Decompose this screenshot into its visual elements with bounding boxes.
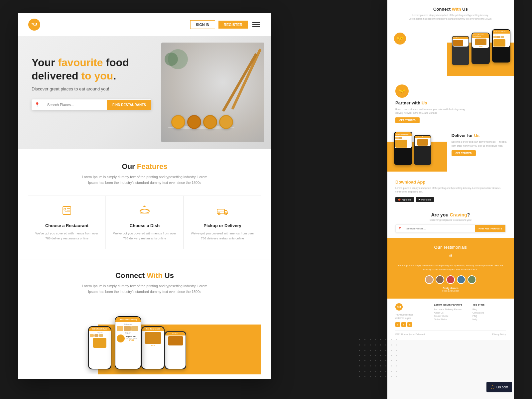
r-footer-link-faq[interactable]: FAQ — [472, 315, 506, 317]
avatar-1 — [425, 275, 434, 284]
feature-title-dish: Choose a Dish — [113, 223, 177, 228]
r-testimonials-title: Our Testimonials — [395, 245, 506, 250]
food-img-thumb — [93, 338, 106, 348]
phone-left-body: Categories — [89, 331, 111, 349]
pizza-item-sub: Fiori Zucca Special — [126, 337, 137, 339]
r-phone-1-screen: Online Food Delivery Categories — [493, 30, 510, 47]
dot-9 — [364, 344, 365, 345]
instagram-icon[interactable]: in — [407, 322, 412, 327]
r-footer-link-blog[interactable]: Blog — [472, 308, 506, 311]
connect-section: Connect With Us Lorem Ipsum is simply du… — [18, 259, 271, 379]
phone-right-header: Fiori Zucca Special — [142, 327, 164, 331]
r-find-restaurants-button[interactable]: FIND RESTAURANTS — [475, 225, 505, 232]
playstore-label: Play Store — [421, 199, 431, 201]
dot-45 — [385, 365, 386, 366]
r-testimonials-section: Our Testimonials ❝ Lorem Ipsum is simply… — [387, 238, 514, 298]
dot-50 — [370, 371, 371, 372]
r-footer-link-guide[interactable]: Courier Guide — [434, 315, 467, 317]
r-phone-1-header: Online Food Delivery — [493, 30, 510, 34]
dot-24 — [359, 355, 360, 356]
store-buttons: 🍎 App Store ▶ Play Store — [395, 197, 506, 202]
dot-31 — [396, 355, 397, 356]
dp1-header: Online Food Delivery — [395, 132, 412, 136]
dot-56 — [359, 376, 360, 377]
r-footer-col-links2: Top of Us Blog Contact Us FAQ Help — [472, 303, 506, 327]
r-search-bar: 📍 FIND RESTAURANTS — [395, 224, 506, 233]
appstore-label: App Store — [402, 199, 411, 201]
r-phone-3-header: Fiori Zucca... — [453, 37, 468, 39]
dot-39 — [396, 360, 397, 361]
dp2-food — [417, 139, 428, 146]
feature-title-restaurant: Choose a Restaurant — [35, 223, 99, 228]
phone-left-cat-row — [90, 334, 110, 337]
svg-rect-0 — [63, 206, 71, 214]
feature-card-dish: Choose a Dish We've got you covered with… — [106, 196, 184, 249]
dp1-cat-1 — [395, 137, 399, 139]
facebook-icon[interactable]: f — [395, 322, 400, 327]
dot-21 — [385, 350, 386, 351]
dot-13 — [385, 344, 386, 345]
r-footer-link-contact[interactable]: Contact Us — [472, 312, 506, 314]
dot-33 — [364, 360, 365, 361]
r-partner-icon-circle: 🤝 — [394, 33, 406, 45]
r-footer-bottom: ©2023 Lorem Ipsum Delivered Privacy Poli… — [395, 330, 506, 335]
r-phone-2-body: $79.99 — [472, 38, 489, 48]
hero-title: Your favourite food delivered to you. — [32, 56, 151, 82]
twitter-icon[interactable]: t — [401, 322, 406, 327]
signin-button[interactable]: SIGN IN — [190, 20, 215, 29]
cat-item-1 — [90, 334, 94, 337]
connect-subtitle: Lorem Ipsum is simply dummy text of the … — [78, 283, 211, 295]
nav-right: SIGN IN REGISTER — [190, 20, 261, 29]
features-title-highlight: Features — [137, 162, 168, 171]
r-footer-link-order[interactable]: Order Status — [434, 318, 467, 321]
r-footer-link-about[interactable]: About Us — [434, 312, 467, 314]
dot-35 — [375, 360, 376, 361]
connect-with-highlight: With — [147, 271, 162, 280]
playstore-button[interactable]: ▶ Play Store — [416, 197, 434, 202]
dot-1 — [364, 339, 365, 340]
avatar-2 — [436, 275, 444, 284]
dp1-cat-2 — [399, 137, 402, 139]
dot-42 — [370, 365, 371, 366]
r-phone-1: Online Food Delivery Categories — [492, 29, 510, 63]
dot-60 — [380, 376, 381, 377]
r-privacy-link[interactable]: Privacy Policy — [492, 333, 506, 335]
hero-title-line2: delivered to you. — [32, 70, 116, 82]
r-craving-highlight: Craving — [450, 212, 467, 217]
features-grid: Choose a Restaurant We've got you covere… — [28, 196, 261, 249]
watermark-text: ui8.com — [496, 385, 508, 389]
r-footer-col-logo: 🍽 Your favourite food delivered to you. … — [395, 303, 429, 327]
r-footer-link-help[interactable]: Help — [472, 318, 506, 321]
dot-17 — [364, 350, 365, 351]
appstore-button[interactable]: 🍎 App Store — [395, 197, 414, 202]
find-restaurants-button[interactable]: FIND RESTAURANTS — [107, 100, 151, 110]
pizza-item-price: $79.99 — [126, 339, 137, 341]
r-phone-3: Fiori Zucca... — [452, 36, 469, 65]
features-subtitle: Lorem Ipsum is simply dummy text of the … — [78, 174, 211, 186]
r-partner-section: 🤝 Partner with Us Reach new customers an… — [387, 79, 514, 128]
r-get-started-button[interactable]: GET STARTED — [395, 117, 420, 123]
r-food-thumb-3 — [453, 40, 463, 46]
cat-item-3 — [99, 334, 103, 337]
dot-57 — [364, 376, 365, 377]
sushi-category — [131, 326, 138, 331]
location-pin-icon: 📍 — [32, 102, 43, 107]
register-button[interactable]: REGISTER — [218, 21, 248, 29]
dot-49 — [364, 371, 365, 372]
r-footer-link-partner[interactable]: Become a Delivery Partner — [434, 308, 467, 311]
feature-desc-dish: We've got you covered with menus from ov… — [113, 231, 177, 241]
hero-search-input[interactable] — [43, 99, 107, 110]
food-thumb-far — [168, 336, 183, 345]
pizza-category — [117, 326, 123, 331]
feature-desc-restaurant: We've got you covered with menus from ov… — [35, 231, 99, 241]
r-deliver-started-button[interactable]: GET STARTED — [452, 150, 476, 156]
hamburger-menu[interactable] — [251, 21, 261, 28]
popular-label: Popular — [117, 332, 139, 334]
hero-title-line1: Your favourite food — [32, 57, 129, 68]
dot-44 — [380, 365, 381, 366]
dot-0 — [359, 339, 360, 340]
hero-content: Your favourite food delivered to you. Di… — [32, 56, 151, 110]
dot-2 — [370, 339, 371, 340]
r-reviewer-name: Craig James — [395, 287, 506, 290]
r-search-input[interactable] — [404, 225, 475, 232]
